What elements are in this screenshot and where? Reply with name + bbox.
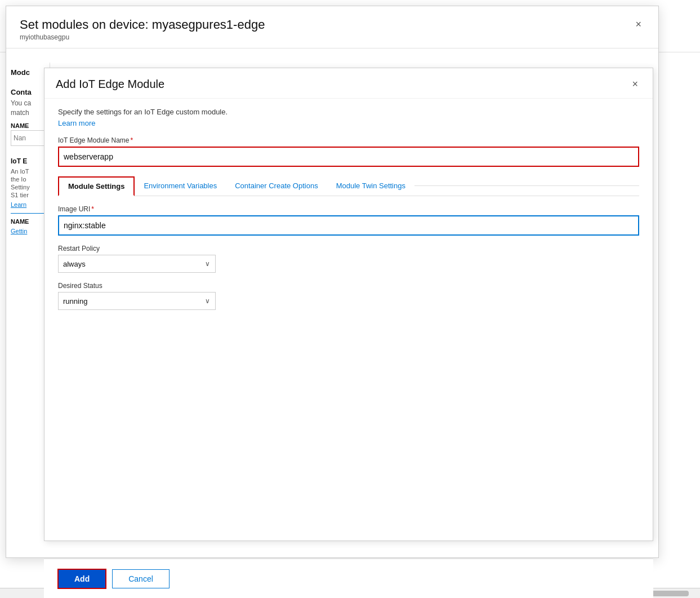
left-panel-label-2: Conta bbox=[11, 88, 45, 96]
desired-status-select[interactable]: running stopped bbox=[58, 292, 216, 310]
left-panel-iot-text3: Settiny bbox=[11, 183, 45, 191]
restart-policy-group: Restart Policy always never on-failure o… bbox=[58, 245, 639, 273]
tab-container-create-options[interactable]: Container Create Options bbox=[226, 177, 327, 194]
module-name-label: IoT Edge Module Name* bbox=[58, 136, 639, 144]
tab-divider bbox=[414, 185, 639, 186]
left-panel-section-3: IoT E An IoT the Io Settiny S1 tier Lear… bbox=[11, 157, 45, 235]
desired-status-label: Desired Status bbox=[58, 282, 639, 290]
inner-close-button[interactable]: × bbox=[628, 77, 641, 91]
left-panel-text-2a: You ca bbox=[11, 99, 45, 108]
left-panel-iot-text1: An IoT bbox=[11, 167, 45, 175]
restart-policy-wrapper: always never on-failure on-unhealthy bbox=[58, 255, 216, 273]
left-panel-iot-text4: S1 tier bbox=[11, 191, 45, 199]
learn-more-link[interactable]: Learn more bbox=[58, 119, 95, 127]
description-text: Specify the settings for an IoT Edge cus… bbox=[58, 108, 639, 116]
left-panel-label-1: Modc bbox=[11, 68, 45, 77]
image-uri-label: Image URI* bbox=[58, 205, 639, 213]
desired-status-wrapper: running stopped bbox=[58, 292, 216, 310]
left-panel-text-2b: match bbox=[11, 108, 45, 118]
tab-module-settings[interactable]: Module Settings bbox=[58, 176, 135, 196]
left-panel-divider bbox=[11, 213, 45, 214]
left-panel-name-input[interactable] bbox=[11, 130, 45, 146]
module-name-input[interactable] bbox=[58, 147, 639, 167]
image-uri-group: Image URI* bbox=[58, 205, 639, 236]
inner-panel-body: Specify the settings for an IoT Edge cus… bbox=[44, 99, 653, 541]
left-panel-iot-text2: the Io bbox=[11, 175, 45, 183]
tab-environment-variables[interactable]: Environment Variables bbox=[135, 177, 226, 194]
tab-module-twin-settings[interactable]: Module Twin Settings bbox=[327, 177, 414, 194]
left-panel-iot-label: IoT E bbox=[11, 157, 45, 165]
inner-panel-footer: Add Cancel bbox=[44, 559, 653, 598]
dialog-header: Set modules on device: myasegpures1-edge… bbox=[6, 6, 658, 48]
restart-policy-select[interactable]: always never on-failure on-unhealthy bbox=[58, 255, 216, 273]
module-name-group: IoT Edge Module Name* bbox=[58, 136, 639, 167]
cancel-button[interactable]: Cancel bbox=[112, 569, 170, 588]
left-panel-learn-link[interactable]: Learn bbox=[11, 201, 26, 208]
image-uri-input[interactable] bbox=[58, 215, 639, 236]
dialog-subtitle: myiothubasegpu bbox=[20, 33, 265, 41]
dialog-close-button[interactable]: × bbox=[632, 17, 645, 32]
left-panel-section-2: Conta You ca match NAME bbox=[11, 88, 45, 146]
tabs-container: Module Settings Environment Variables Co… bbox=[58, 176, 639, 196]
left-panel-field-label-2: NAME bbox=[11, 122, 45, 129]
inner-panel-title: Add IoT Edge Module bbox=[56, 78, 164, 91]
restart-policy-label: Restart Policy bbox=[58, 245, 639, 253]
add-iot-edge-module-dialog: Add IoT Edge Module × Specify the settin… bbox=[44, 68, 653, 541]
desired-status-group: Desired Status running stopped bbox=[58, 282, 639, 310]
left-panel-section-1: Modc bbox=[11, 68, 45, 77]
dialog-title: Set modules on device: myasegpures1-edge bbox=[20, 17, 265, 32]
image-uri-required: * bbox=[91, 205, 94, 213]
left-panel-name-label: NAME bbox=[11, 218, 45, 225]
left-panel-getting-link[interactable]: Gettin bbox=[11, 228, 27, 234]
inner-panel-header: Add IoT Edge Module × bbox=[44, 68, 653, 99]
add-button[interactable]: Add bbox=[57, 569, 106, 589]
module-name-required: * bbox=[131, 136, 133, 144]
